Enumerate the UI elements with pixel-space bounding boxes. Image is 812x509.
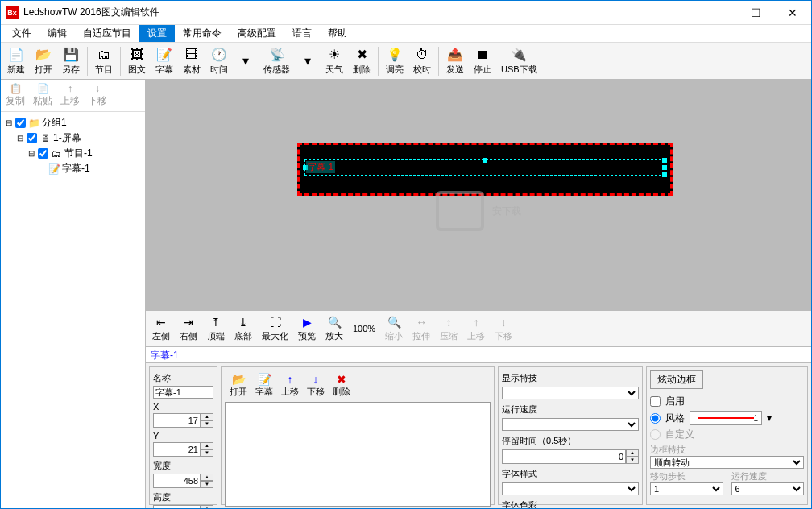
toolbtn-最大化[interactable]: ⛶最大化 (257, 314, 293, 344)
toolbtn-100%[interactable]: 100% (348, 322, 380, 335)
x-down[interactable]: ▼ (201, 420, 213, 428)
sidebtn-粘贴[interactable]: 📄粘贴 (30, 82, 56, 109)
y-down[interactable]: ▼ (201, 449, 213, 457)
toolbtn-预览[interactable]: ▶预览 (293, 314, 321, 344)
minimize-button[interactable]: — (700, 1, 737, 25)
x-input[interactable] (153, 413, 201, 428)
toolbtn-左侧[interactable]: ⇤左侧 (147, 314, 175, 344)
toolbtn-删除[interactable]: ✖删除 (348, 45, 375, 77)
toolbtn-传感器[interactable]: 📡传感器 (259, 45, 295, 77)
border-preview[interactable]: 1 (690, 411, 762, 425)
p2btn-上移[interactable]: ↑上移 (278, 372, 302, 399)
toolbtn-节目[interactable]: 🗂节目 (90, 45, 118, 77)
led-screen-preview[interactable]: 字幕-1 (297, 143, 673, 196)
border-effect-select[interactable]: 顺向转动 (650, 456, 804, 469)
effect-panel: 显示特技 运行速度 停留时间（0.5秒） ▲▼ 字体样式 字体色彩 (498, 366, 643, 505)
enable-border-check[interactable] (650, 396, 661, 407)
stay-input[interactable] (502, 449, 626, 464)
stay-up[interactable]: ▲ (626, 449, 639, 457)
toolbtn-放大[interactable]: 🔍放大 (321, 314, 348, 344)
resize-handle-top[interactable] (483, 158, 487, 163)
p2btn-打开[interactable]: 📂打开 (226, 372, 251, 399)
toolbtn-另存[interactable]: 💾另存 (57, 45, 85, 77)
border-tab[interactable]: 炫动边框 (650, 370, 703, 389)
toolbtn-下移: ↓下移 (490, 314, 517, 344)
toolbtn-顶端[interactable]: ⤒顶端 (202, 314, 230, 344)
menu-语言[interactable]: 语言 (284, 25, 320, 42)
toolbtn-天气[interactable]: ☀天气 (321, 45, 348, 77)
step-select[interactable]: 1 (650, 482, 723, 495)
y-input[interactable] (153, 442, 201, 457)
tree-subtitle[interactable]: 📝字幕-1 (4, 161, 142, 176)
project-tree[interactable]: ⊟📁分组1 ⊟🖥1-屏幕 ⊟🗂节目-1 📝字幕-1 (1, 112, 145, 508)
menu-帮助[interactable]: 帮助 (320, 25, 355, 42)
toolbtn-字幕[interactable]: 📝字幕 (151, 45, 178, 77)
menu-设置[interactable]: 设置 (139, 25, 175, 42)
toolbtn-校时[interactable]: ⏱校时 (408, 45, 436, 77)
content-list[interactable] (225, 402, 491, 507)
subtitle-icon: 📝 (48, 163, 60, 175)
w-down[interactable]: ▼ (201, 481, 213, 488)
subtitle-region[interactable] (304, 159, 665, 176)
tree-group-check[interactable] (15, 118, 26, 128)
menu-高级配置[interactable]: 高级配置 (230, 25, 284, 42)
toolbtn-发送[interactable]: 📤发送 (441, 45, 469, 77)
canvas[interactable]: 字幕-1 安下载 (146, 80, 811, 310)
toolbtn-右侧[interactable]: ⇥右侧 (175, 314, 202, 344)
sidebar: 📋复制📄粘贴↑上移↓下移 ⊟📁分组1 ⊟🖥1-屏幕 ⊟🗂节目-1 📝字幕-1 (1, 80, 146, 508)
height-input[interactable] (153, 505, 201, 508)
toolbtn-dropdown[interactable]: ▾ (295, 52, 321, 71)
name-input[interactable] (153, 386, 213, 399)
p2btn-字幕[interactable]: 📝字幕 (252, 372, 276, 399)
sidebtn-复制[interactable]: 📋复制 (2, 82, 28, 109)
sidebar-edit-buttons: 📋复制📄粘贴↑上移↓下移 (1, 80, 145, 112)
menu-编辑[interactable]: 编辑 (39, 25, 75, 42)
border-speed-select[interactable]: 6 (731, 482, 805, 495)
toolbtn-素材[interactable]: 🎞素材 (178, 45, 205, 77)
effect-select[interactable] (502, 387, 639, 399)
style-radio[interactable] (650, 413, 661, 424)
menubar: 文件编辑自适应节目设置常用命令高级配置语言帮助 (1, 25, 811, 43)
menu-常用命令[interactable]: 常用命令 (175, 25, 230, 42)
sidebtn-上移[interactable]: ↑上移 (57, 82, 83, 109)
toolbtn-停止[interactable]: ⏹停止 (469, 45, 496, 77)
resize-handle-br[interactable] (662, 172, 667, 177)
p2btn-下移[interactable]: ↓下移 (304, 372, 328, 399)
toolbtn-dropdown[interactable]: ▾ (233, 52, 259, 71)
menu-自适应节目[interactable]: 自适应节目 (75, 25, 139, 42)
width-label: 宽度 (153, 460, 213, 472)
toolbtn-图文[interactable]: 🖼图文 (123, 45, 151, 77)
toolbtn-新建[interactable]: 📄新建 (2, 45, 30, 77)
tree-screen-check[interactable] (27, 133, 37, 143)
sidebtn-下移[interactable]: ↓下移 (85, 82, 110, 109)
watermark: 安下载 (436, 191, 521, 231)
w-up[interactable]: ▲ (201, 474, 213, 481)
toolbtn-打开[interactable]: 📂打开 (30, 45, 57, 77)
tree-screen[interactable]: ⊟🖥1-屏幕 (4, 130, 142, 146)
font-style-select[interactable] (502, 482, 639, 495)
resize-handle-right[interactable] (662, 165, 667, 170)
tree-program[interactable]: ⊟🗂节目-1 (4, 146, 142, 161)
property-tab[interactable]: 字幕-1 (146, 347, 811, 363)
tree-program-check[interactable] (38, 148, 48, 159)
y-up[interactable]: ▲ (201, 442, 213, 449)
close-button[interactable]: ✕ (774, 1, 811, 25)
speed-select[interactable] (502, 418, 639, 431)
p2btn-删除[interactable]: ✖删除 (329, 372, 354, 399)
menu-文件[interactable]: 文件 (4, 25, 39, 42)
maximize-button[interactable]: ☐ (737, 1, 774, 25)
toolbtn-调亮[interactable]: 💡调亮 (381, 45, 408, 77)
stay-down[interactable]: ▼ (626, 457, 639, 464)
tree-group[interactable]: ⊟📁分组1 (4, 115, 142, 130)
width-input[interactable] (153, 474, 201, 488)
h-up[interactable]: ▲ (201, 505, 213, 508)
dropdown-icon[interactable]: ▾ (767, 412, 772, 424)
toolbtn-USB下载[interactable]: 🔌USB下载 (496, 45, 542, 77)
toolbtn-底部[interactable]: ⤓底部 (230, 314, 257, 344)
resize-handle-tr[interactable] (662, 158, 667, 163)
font-style-label: 字体样式 (502, 468, 639, 480)
x-up[interactable]: ▲ (201, 413, 213, 420)
program-icon: 🗂 (50, 148, 63, 159)
toolbtn-时间[interactable]: 🕐时间 (205, 45, 233, 77)
separator (120, 47, 121, 76)
